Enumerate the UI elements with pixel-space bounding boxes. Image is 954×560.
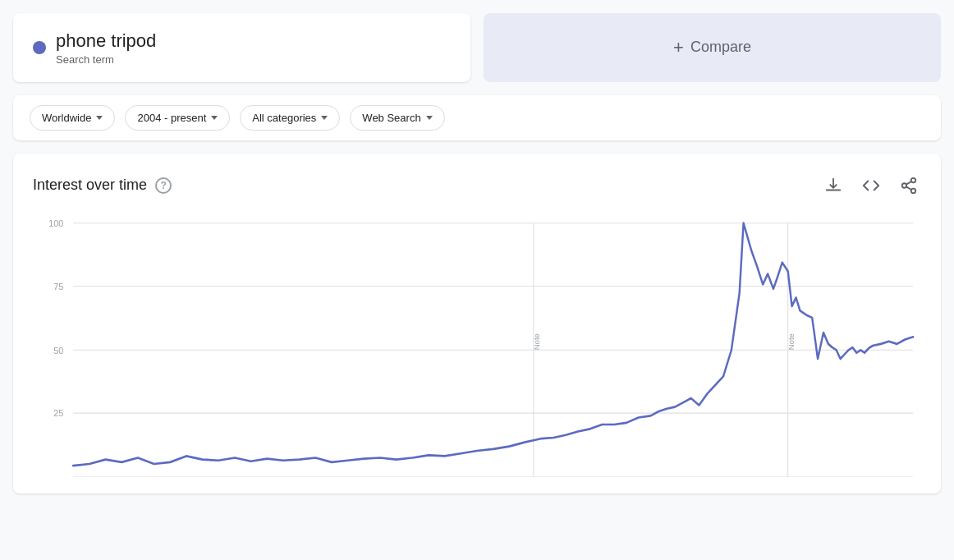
share-button[interactable] [897,173,921,198]
top-row: phone tripod Search term + Compare [13,13,941,82]
filter-time[interactable]: 2004 - present [125,105,230,131]
chart-card: Interest over time ? [13,154,941,493]
embed-button[interactable] [859,173,883,198]
filter-region-label: Worldwide [42,112,91,124]
filter-time-label: 2004 - present [137,112,206,124]
filter-search-type[interactable]: Web Search [350,105,444,131]
interest-over-time-chart: 100 75 50 25 Jan 1, 2004 Dec 1, 2009 Nov… [33,214,921,477]
search-term-text: phone tripod Search term [56,30,156,66]
compare-plus-icon: + [673,37,684,58]
chart-container: 100 75 50 25 Jan 1, 2004 Dec 1, 2009 Nov… [33,214,921,477]
compare-card[interactable]: + Compare [484,13,941,82]
filter-category[interactable]: All categories [240,105,340,131]
svg-text:50: 50 [53,345,63,355]
chart-header: Interest over time ? [33,173,921,198]
svg-line-3 [906,186,911,190]
download-button[interactable] [821,173,846,198]
chart-actions [821,173,921,198]
search-term-label: Search term [56,53,156,66]
search-term-dot [33,41,46,54]
compare-label: Compare [690,39,751,56]
search-term-name: phone tripod [56,30,156,53]
chart-title-group: Interest over time ? [33,177,172,194]
svg-text:Note: Note [533,333,541,350]
chevron-down-icon [426,116,433,120]
share-icon [900,177,918,195]
chevron-down-icon [211,116,218,120]
svg-text:100: 100 [48,218,63,227]
filter-row: Worldwide 2004 - present All categories … [13,95,941,140]
download-icon [824,177,842,195]
chevron-down-icon [321,116,328,120]
chevron-down-icon [96,116,103,120]
embed-icon [862,177,880,195]
help-icon[interactable]: ? [155,177,172,194]
page-wrapper: phone tripod Search term + Compare World… [0,0,954,507]
svg-line-4 [906,181,911,185]
chart-title: Interest over time [33,177,147,194]
svg-text:75: 75 [53,281,63,291]
filter-region[interactable]: Worldwide [30,105,115,131]
filter-search-type-label: Web Search [362,112,420,124]
svg-text:Note: Note [787,333,796,350]
svg-text:25: 25 [53,408,63,418]
filter-category-label: All categories [252,112,316,124]
search-term-card: phone tripod Search term [13,13,470,82]
